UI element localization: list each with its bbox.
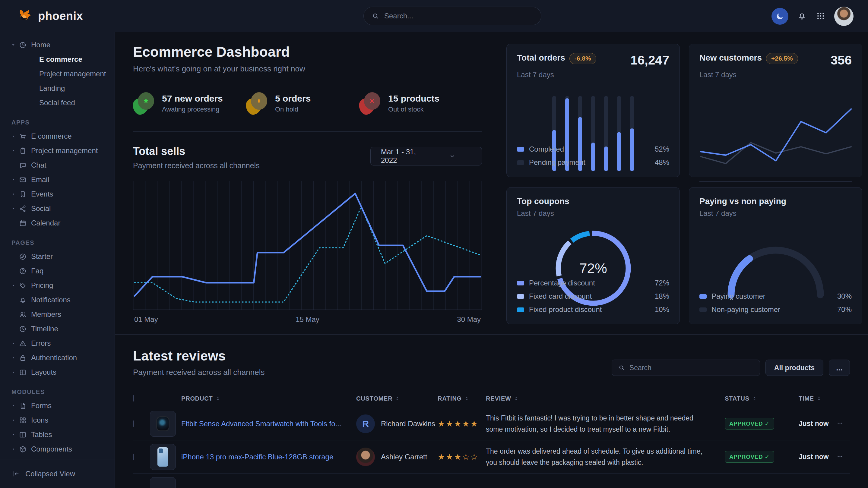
chat-icon (19, 161, 27, 169)
column-header-rating[interactable]: RATING (438, 395, 486, 402)
date-range-select[interactable]: Mar 1 - 31, 2022 (370, 147, 482, 165)
reviews-search-input[interactable] (629, 364, 754, 372)
theme-toggle-button[interactable] (772, 8, 788, 25)
sidebar-item-label: Home (31, 41, 50, 49)
sidebar-item-tables[interactable]: Tables (11, 427, 115, 442)
sidebar-item-email[interactable]: Email (11, 172, 115, 187)
caret-right-icon (11, 403, 18, 408)
customer-avatar: R (356, 415, 375, 433)
sidebar-item-label: Chat (31, 161, 46, 169)
total-orders-legend: Completed52%Pending payment48% (517, 142, 669, 169)
page-title: Ecommerce Dashboard (133, 44, 482, 60)
top-coupons-card: Top coupons Last 7 days 72% Percentage d… (506, 187, 680, 324)
sidebar-item-calendar[interactable]: Calendar (11, 216, 115, 230)
customer-name: Richard Dawkins (381, 420, 435, 428)
legend-label: Fixed card discount (529, 292, 592, 300)
row-checkbox[interactable] (133, 421, 134, 427)
sidebar-item-events[interactable]: Events (11, 187, 115, 201)
sidebar-subitem-e-commerce[interactable]: E commerce (11, 52, 115, 67)
sidebar-item-e-commerce[interactable]: E commerce (11, 129, 115, 143)
row-checkbox[interactable] (133, 454, 134, 460)
sidebar-item-pricing[interactable]: Pricing (11, 278, 115, 293)
stat-blob-icon (359, 92, 380, 115)
stat-value: 5 orders (275, 93, 311, 104)
sidebar-item-notifications[interactable]: Notifications (11, 293, 115, 307)
legend-label: Fixed product discount (529, 305, 602, 314)
legend-value: 48% (655, 158, 669, 167)
caret-spacer (11, 163, 18, 168)
collapsed-view-toggle[interactable]: Collapsed View (0, 459, 115, 488)
review-time: Just now (799, 420, 836, 428)
review-text: This Fitbit is fantastic! I was trying t… (486, 413, 725, 435)
caret-down-icon (11, 42, 18, 47)
column-header-customer[interactable]: CUSTOMER (356, 395, 438, 402)
legend-label: Non-paying customer (711, 305, 780, 314)
latest-reviews-section: Latest reviews Payment received across a… (115, 334, 868, 488)
top-navbar: phoenix (0, 0, 868, 32)
stat-sublabel: On hold (275, 105, 311, 113)
column-header-product[interactable]: PRODUCT (181, 395, 356, 402)
lock-icon (19, 354, 27, 362)
product-link[interactable]: Fitbit Sense Advanced Smartwatch with To… (181, 419, 356, 429)
sidebar-section-label: MODULES (11, 389, 115, 395)
x-tick: 15 May (296, 315, 319, 324)
sidebar-item-icons[interactable]: Icons (11, 413, 115, 427)
sidebar-item-members[interactable]: Members (11, 307, 115, 322)
caret-right-icon (11, 283, 18, 288)
sidebar-subitem-social-feed[interactable]: Social feed (11, 96, 115, 110)
collapse-icon (12, 470, 20, 478)
more-options-button[interactable]: ... (829, 360, 850, 376)
reviews-search[interactable] (612, 360, 760, 376)
clock-icon (19, 325, 27, 333)
legend-value: 70% (837, 305, 852, 314)
sidebar-item-project-management[interactable]: Project management (11, 143, 115, 158)
global-search-input[interactable] (384, 12, 533, 20)
phoenix-logo-icon (17, 8, 33, 24)
sidebar-item-forms[interactable]: Forms (11, 398, 115, 413)
all-products-button[interactable]: All products (766, 360, 824, 376)
sort-icon (816, 396, 822, 401)
sidebar-item-errors[interactable]: Errors (11, 336, 115, 351)
sort-icon (514, 396, 519, 401)
column-header-review[interactable]: REVIEW (486, 395, 725, 402)
global-search[interactable] (364, 7, 541, 25)
sidebar-item-label: Project management (31, 147, 98, 155)
caret-right-icon (11, 418, 18, 423)
divider (133, 131, 482, 132)
sidebar-subitem-landing[interactable]: Landing (11, 81, 115, 96)
new-customers-badge: +26.5% (766, 53, 798, 64)
user-avatar[interactable] (834, 7, 854, 26)
select-all-checkbox[interactable] (133, 395, 134, 401)
column-header-status[interactable]: STATUS (725, 395, 799, 402)
notifications-button[interactable] (797, 11, 807, 22)
sidebar-item-social[interactable]: Social (11, 201, 115, 216)
sidebar-item-starter[interactable]: Starter (11, 249, 115, 264)
share-icon (19, 205, 27, 213)
brand-name: phoenix (38, 10, 83, 23)
legend-row: Completed52% (517, 142, 669, 156)
legend-value: 18% (655, 292, 669, 300)
sidebar-subitem-project-management[interactable]: Project management (11, 67, 115, 81)
sidebar-item-home[interactable]: Home (11, 38, 115, 52)
paying-period: Last 7 days (700, 209, 852, 218)
sidebar-item-authentication[interactable]: Authentication (11, 351, 115, 365)
sidebar-item-label: Events (31, 190, 53, 198)
legend-row: Paying customer30% (700, 290, 852, 303)
sidebar-item-components[interactable]: Components (11, 442, 115, 456)
stat-x: 15 productsOut of stock (359, 92, 472, 115)
sidebar-item-timeline[interactable]: Timeline (11, 322, 115, 336)
row-actions-button[interactable] (836, 420, 843, 427)
total-orders-value: 16,247 (631, 53, 669, 67)
sidebar-item-faq[interactable]: Faq (11, 264, 115, 278)
total-orders-period: Last 7 days (517, 70, 669, 79)
legend-row: Fixed card discount18% (517, 290, 669, 303)
product-link[interactable]: iPhone 13 pro max-Pacific Blue-128GB sto… (181, 452, 356, 462)
grid-icon (816, 11, 826, 21)
apps-menu-button[interactable] (815, 11, 826, 22)
sidebar-item-chat[interactable]: Chat (11, 158, 115, 172)
row-actions-button[interactable] (836, 453, 843, 460)
sidebar-item-layouts[interactable]: Layouts (11, 365, 115, 380)
sidebar-item-label: E commerce (31, 132, 72, 140)
brand[interactable]: phoenix (17, 8, 83, 24)
column-header-time[interactable]: TIME (799, 395, 836, 402)
